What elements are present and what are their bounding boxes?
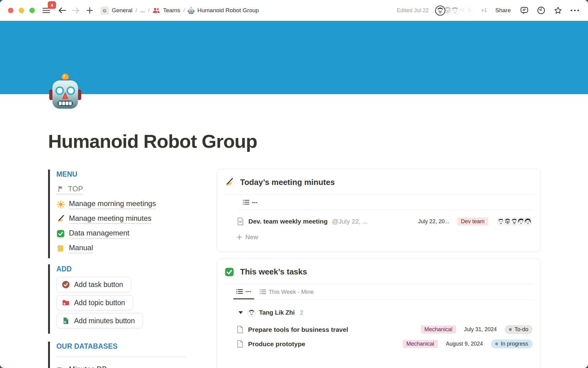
page-title: Humanoid Robot Group	[48, 130, 257, 152]
card-header: This week’s tasks	[217, 259, 541, 277]
right-column: Today’s meeting minutes ---	[217, 167, 541, 368]
new-row-label: New	[245, 233, 258, 241]
page-menu-button[interactable]	[570, 5, 580, 16]
green-check-icon	[224, 267, 234, 277]
task-title: Produce prototype	[248, 340, 305, 348]
databases-heading: OUR DATABASES	[56, 342, 191, 351]
breadcrumb: G General / ... / Teams / Humano	[100, 6, 259, 15]
more-collaborators-count[interactable]: +1	[481, 7, 487, 13]
view-tab-label: ---	[252, 199, 258, 206]
add-task-label: Add task button	[74, 281, 123, 289]
plus-icon	[237, 235, 242, 240]
sidebar-toggle-button[interactable]: 4	[41, 5, 51, 16]
view-tab-this-week-mine[interactable]: This Week - Mine	[257, 284, 317, 299]
robot-icon	[188, 7, 194, 14]
menu-item-label: Manage morning meetings	[69, 199, 156, 209]
task-row[interactable]: Prepare tools for business travel Mechan…	[237, 322, 534, 337]
window-controls	[8, 8, 35, 13]
presence-avatars: M D	[435, 6, 475, 16]
view-tab-label: ---	[245, 288, 251, 295]
menu-item-manual[interactable]: Manual	[56, 241, 191, 256]
app-window: 4 G General	[0, 0, 588, 368]
add-topic-button[interactable]: Add topic button	[56, 295, 133, 310]
plus-icon	[86, 7, 93, 14]
star-icon	[554, 6, 562, 15]
minimize-window-button[interactable]	[19, 8, 24, 13]
card-header: Today’s meeting minutes	[217, 169, 541, 187]
minutes-row-title: Dev. team weekly meeting	[248, 218, 328, 225]
database-item-label: Minutes DB	[69, 365, 107, 368]
status-label: In progress	[501, 341, 528, 347]
attendee-avatars	[496, 217, 533, 226]
page-plus-icon	[62, 317, 70, 325]
menu-item-morning-meetings[interactable]: Manage morning meetings	[56, 197, 191, 212]
breadcrumb-teams[interactable]: Teams	[153, 7, 180, 14]
avatar[interactable]	[435, 6, 445, 16]
fullscreen-window-button[interactable]	[29, 8, 35, 13]
team-tag: Dev team	[457, 217, 488, 226]
history-button[interactable]	[536, 5, 546, 16]
breadcrumb-page[interactable]: Humanoid Robot Group	[188, 7, 259, 14]
document-icon	[237, 217, 244, 225]
new-row-button[interactable]: New	[237, 230, 534, 244]
menu-item-top[interactable]: TOP	[56, 182, 191, 197]
last-edited-label: Edited Jul 22	[397, 7, 429, 14]
back-button[interactable]	[57, 5, 67, 16]
add-minutes-button[interactable]: Add minutes button	[56, 313, 143, 328]
card-title: Today’s meeting minutes	[240, 178, 335, 187]
page-cover[interactable]	[0, 21, 588, 94]
breadcrumb-teams-label: Teams	[163, 7, 180, 14]
collapse-triangle-icon[interactable]	[239, 311, 243, 314]
divider	[56, 357, 187, 357]
green-check-icon	[56, 230, 65, 238]
task-properties: Mechanical August 9, 2024 In progress	[403, 339, 534, 348]
favorite-button[interactable]	[553, 5, 563, 16]
minutes-row[interactable]: Dev. team weekly meeting @July 22, ... J…	[237, 214, 534, 229]
category-tag: Mechanical	[421, 325, 456, 334]
list-view-icon	[260, 289, 266, 295]
check-circle-icon	[62, 281, 70, 289]
share-button[interactable]: Share	[493, 7, 513, 14]
close-window-button[interactable]	[8, 8, 13, 13]
forward-button[interactable]	[70, 5, 81, 16]
titlebar: 4 G General	[0, 0, 588, 21]
new-tab-button[interactable]	[85, 5, 95, 16]
breadcrumb-collapsed[interactable]: ...	[140, 7, 145, 14]
breadcrumb-separator: /	[136, 7, 137, 14]
add-task-button[interactable]: Add task button	[56, 277, 131, 292]
group-header[interactable]: Tang Lik Zhi 2	[239, 307, 534, 318]
status-badge: To-do	[505, 325, 533, 334]
menu-item-label: TOP	[68, 185, 83, 193]
comments-button[interactable]	[519, 5, 530, 16]
ellipsis-icon	[570, 9, 579, 12]
view-tab[interactable]: ---	[238, 199, 258, 206]
clock-icon	[537, 6, 545, 15]
menu-item-data-management[interactable]: Data management	[56, 226, 191, 241]
menu-item-label: Data management	[69, 229, 129, 239]
task-row[interactable]: Produce prototype Mechanical August 9, 2…	[237, 337, 534, 351]
ledger-icon	[56, 244, 65, 252]
task-properties: Mechanical July 31, 2024 To-do	[421, 325, 534, 334]
menu-item-meeting-minutes[interactable]: Manage meeting minutes	[56, 212, 191, 226]
task-title: Prepare tools for business travel	[248, 326, 348, 333]
workspace-icon[interactable]: G	[100, 6, 109, 15]
view-tab-active[interactable]: ---	[233, 284, 254, 299]
view-tab-label: This Week - Mine	[269, 289, 314, 295]
minutes-rows: Dev. team weekly meeting @July 22, ... J…	[217, 210, 541, 244]
add-heading: ADD	[56, 265, 191, 273]
status-badge: In progress	[491, 339, 533, 348]
arrow-right-icon	[71, 7, 80, 14]
writing-hand-icon	[56, 215, 65, 223]
page-icon	[237, 340, 243, 348]
breadcrumb-root[interactable]: General	[112, 7, 133, 14]
arrow-left-icon	[58, 7, 66, 14]
database-item-minutes-db[interactable]: Minutes DB	[56, 362, 191, 368]
databases-block: OUR DATABASES Minutes DB	[48, 342, 191, 368]
page-icon-robot[interactable]	[49, 73, 81, 111]
notification-badge: 4	[48, 1, 56, 9]
comment-icon	[520, 6, 529, 15]
list-view-icon	[236, 289, 243, 294]
category-tag: Mechanical	[403, 340, 438, 348]
add-block: ADD Add task button Add top	[48, 264, 191, 334]
page-body: MENU TOP	[48, 167, 541, 368]
